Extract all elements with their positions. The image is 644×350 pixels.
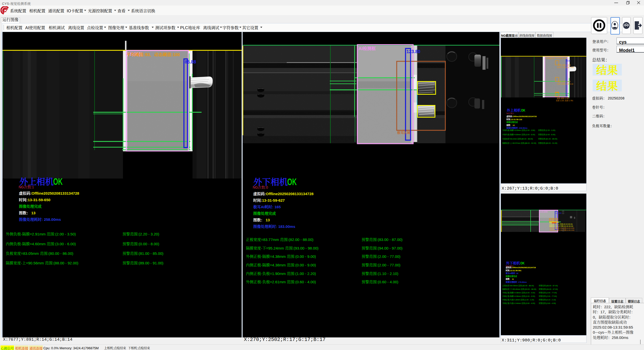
svg-text:预警范围:(94.00 - 97.00): 预警范围:(94.00 - 97.00): [539, 288, 558, 290]
svg-text:外上相机: 外上相机: [507, 108, 521, 113]
svg-text:图像处理耗时: 178.00ms: 图像处理耗时: 178.00ms: [506, 281, 527, 283]
svg-text:123.80: 123.80: [555, 212, 562, 214]
svg-text:NG次数:1: NG次数:1: [506, 112, 514, 115]
svg-text:AI检测框: AI检测框: [540, 210, 548, 213]
svg-text:内侧正极-负极=1.8mm 范围:(1.00 - 2.20): 内侧正极-负极=1.8mm 范围:(1.00 - 2.20): [502, 298, 534, 301]
svg-text:图像处理完成: 图像处理完成: [506, 121, 518, 123]
svg-text:OK: OK: [520, 260, 525, 265]
svg-text:图像处理完成: 图像处理完成: [506, 275, 517, 277]
svg-text:内侧正极-负极:1.90 范围:(1.00-2.20): 内侧正极-负极:1.90 范围:(1.00-2.20): [549, 229, 574, 231]
svg-text:AI检测框: AI检测框: [359, 45, 376, 51]
svg-text:极耳AI耗时: 32: 极耳AI耗时: 32: [505, 272, 518, 274]
svg-text:预警范围:(0.60 - 4.00): 预警范围:(0.60 - 4.00): [539, 302, 556, 304]
svg-text:123.80: 123.80: [406, 48, 420, 54]
svg-text:虚拟码:Offline20250208133134728: 虚拟码:Offline20250208133134728: [506, 266, 536, 269]
svg-text:时间:13-31-59-501: 时间:13-31-59-501: [506, 269, 522, 272]
svg-text:亮度:0.885 高度:2.14: 亮度:0.885 高度:2.14: [557, 83, 573, 85]
svg-text:85.88: 85.88: [185, 58, 196, 65]
svg-text:平均阈值:93, 动态阈值:101: 平均阈值:93, 动态阈值:101: [545, 57, 566, 59]
svg-text:正极宽度=84.05mm 范围:(82.00 - 88.00: 正极宽度=84.05mm 范围:(82.00 - 88.00): [502, 284, 534, 287]
svg-text:预警范围:(0.00 - 8.00): 预警范围:(0.00 - 8.00): [538, 133, 555, 136]
svg-text:虚拟码:Offline20250208133134728: 虚拟码:Offline20250208133134728: [506, 115, 537, 118]
svg-text:预警范围:(2.20 - 3.20): 预警范围:(2.20 - 3.20): [538, 129, 555, 131]
svg-text:内侧正极-隔膜=4.06mm 范围:(0.00 - 9.00: 内侧正极-隔膜=4.06mm 范围:(0.00 - 9.00): [502, 295, 535, 297]
svg-text:预警范围:(81.00 - 85.00): 预警范围:(81.00 - 85.00): [538, 137, 557, 140]
svg-text:图数： 12: 图数： 12: [506, 124, 515, 126]
svg-text:亮度:1.221 高度:1.751: 亮度:1.221 高度:1.751: [556, 99, 573, 102]
svg-text:隔膜宽度-下=95.40mm 范围:(93.00 - 98.: 隔膜宽度-下=95.40mm 范围:(93.00 - 98.00): [502, 288, 536, 290]
svg-text:预警范围:(2.00 - 77.00): 预警范围:(2.00 - 77.00): [539, 295, 557, 297]
svg-text:OK: OK: [521, 107, 525, 113]
svg-text:隔膜宽度-上=90.57mm 范围:(88.00 - 92.: 隔膜宽度-上=90.57mm 范围:(88.00 - 92.00): [502, 142, 536, 144]
svg-text:时间:13-31-59-132: 时间:13-31-59-132: [506, 118, 522, 121]
svg-text:内侧负极-隔膜=4.69mm 范围:(3.00 - 6.00: 内侧负极-隔膜=4.69mm 范围:(3.00 - 6.00): [502, 133, 535, 136]
svg-text:平均阈值:93，动态阈值:100: 平均阈值:93，动态阈值:100: [126, 51, 180, 57]
svg-text:预警范围:(0.10 - 2.10): 预警范围:(0.10 - 2.10): [539, 298, 556, 301]
svg-text:图数： 11: 图数： 11: [506, 277, 514, 280]
svg-text:预警范围:(83.00 - 87.00): 预警范围:(83.00 - 87.00): [539, 284, 558, 287]
svg-text:外侧正极-隔膜=4.08mm 范围:(0.00 - 9.00: 外侧正极-隔膜=4.08mm 范围:(0.00 - 9.00): [502, 291, 535, 294]
svg-text:外侧负极-隔膜=3.03mm 范围:(2.00 - 3.50: 外侧负极-隔膜=3.03mm 范围:(2.00 - 3.50): [502, 129, 535, 131]
svg-text:预警范围:(89.00 - 91.00): 预警范围:(89.00 - 91.00): [538, 142, 557, 144]
svg-text:极耳区域: 极耳区域: [397, 130, 410, 135]
svg-text:负极宽度=83.2mm 范围:(80.00 - 86.00): 负极宽度=83.2mm 范围:(80.00 - 86.00): [502, 137, 533, 140]
svg-text:预警范围:(2.00 - 77.00): 预警范围:(2.00 - 77.00): [539, 291, 557, 294]
svg-text:亮度:1.775 高度:1.801: 亮度:1.775 高度:1.801: [557, 66, 574, 68]
svg-text:85.88: 85.88: [566, 59, 570, 62]
svg-text:外侧正极-负极=2.44mm 范围:(0.60 - 4.00: 外侧正极-负极=2.44mm 范围:(0.60 - 4.00): [502, 302, 535, 304]
